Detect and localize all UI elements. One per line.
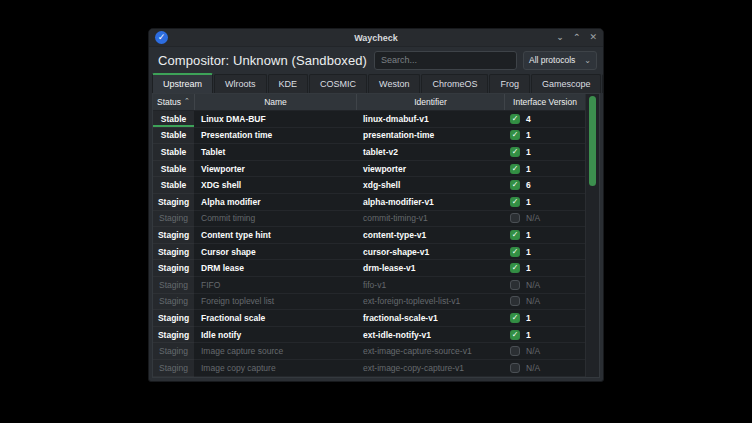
row-interface-version: N/A [505,277,585,294]
toolbar: Compositor: Unknown (Sandboxed) All prot… [149,47,603,73]
row-status: Staging [153,277,195,294]
table-row[interactable]: StagingAlpha modifieralpha-modifier-v1✓1 [153,194,585,211]
row-status: Staging [153,294,195,311]
row-interface-version: ✓1 [505,260,585,277]
table-row[interactable]: StableLinux DMA-BUFlinux-dmabuf-v1✓4 [153,111,585,128]
version-value: N/A [526,363,540,373]
tab-weston[interactable]: Weston [368,74,420,93]
row-interface-version: ✓1 [505,161,585,178]
row-name: Fractional scale [195,310,357,327]
window-controls: ⌄ ⌃ ✕ [556,33,597,42]
column-header-status[interactable]: Status ⌃ [153,94,195,110]
checkbox-unchecked-icon [510,280,520,290]
version-value: 1 [526,263,531,273]
sort-ascending-icon: ⌃ [184,97,190,105]
checkbox-checked-icon: ✓ [510,247,520,257]
table-body: StableLinux DMA-BUFlinux-dmabuf-v1✓4Stab… [153,111,585,377]
row-identifier: linux-dmabuf-v1 [357,111,505,128]
row-name: Cursor shape [195,244,357,261]
column-header-identifier[interactable]: Identifier [357,94,505,110]
row-interface-version: N/A [505,211,585,228]
row-status: Staging [153,327,195,344]
protocol-filter-value: All protocols [529,55,575,65]
tab-unknown[interactable]: Unknown [602,74,604,93]
row-status: Staging [153,244,195,261]
tab-kde[interactable]: KDE [268,74,309,93]
close-icon[interactable]: ✕ [589,33,597,42]
table-header-row: Status ⌃ Name Identifier Interface Versi… [153,94,585,111]
row-interface-version: ✓1 [505,128,585,145]
version-value: N/A [526,280,540,290]
row-name: Tablet [195,144,357,161]
row-interface-version: ✓6 [505,177,585,194]
compositor-label: Compositor: Unknown (Sandboxed) [158,53,367,68]
checkbox-checked-icon: ✓ [510,313,520,323]
row-identifier: commit-timing-v1 [357,211,505,228]
row-identifier: ext-image-copy-capture-v1 [357,360,505,377]
column-header-interface-version[interactable]: Interface Version [505,94,585,110]
table-row[interactable]: StablePresentation timepresentation-time… [153,128,585,145]
table-row[interactable]: StagingCommit timingcommit-timing-v1N/A [153,211,585,228]
tab-gamescope[interactable]: Gamescope [531,74,602,93]
row-name: Alpha modifier [195,194,357,211]
row-name: Image capture source [195,343,357,360]
checkbox-checked-icon: ✓ [510,230,520,240]
row-identifier: content-type-v1 [357,227,505,244]
table-row[interactable]: StagingContent type hintcontent-type-v1✓… [153,227,585,244]
tab-wlroots[interactable]: Wlroots [214,74,267,93]
row-status: Staging [153,260,195,277]
checkbox-checked-icon: ✓ [510,130,520,140]
row-status: Staging [153,343,195,360]
row-identifier: tablet-v2 [357,144,505,161]
version-value: 1 [526,164,531,174]
vertical-scrollbar[interactable] [585,94,599,377]
checkbox-checked-icon: ✓ [510,180,520,190]
titlebar[interactable]: ✓ Waycheck ⌄ ⌃ ✕ [149,29,603,47]
protocol-table-pane: Status ⌃ Name Identifier Interface Versi… [152,93,600,378]
column-header-name[interactable]: Name [195,94,357,110]
scrollbar-thumb[interactable] [589,96,596,186]
tab-upstream[interactable]: Upstream [152,73,213,93]
row-name: Presentation time [195,128,357,145]
row-name: Viewporter [195,161,357,178]
table-row[interactable]: StableViewporterviewporter✓1 [153,161,585,178]
row-identifier: ext-image-capture-source-v1 [357,343,505,360]
row-interface-version: ✓1 [505,194,585,211]
maximize-icon[interactable]: ⌃ [573,33,581,42]
checkbox-checked-icon: ✓ [510,263,520,273]
table-row[interactable]: StagingImage copy captureext-image-copy-… [153,360,585,377]
tab-frog[interactable]: Frog [489,74,530,93]
row-status: Stable [153,161,195,178]
row-interface-version: ✓1 [505,327,585,344]
row-name: Linux DMA-BUF [195,111,357,128]
checkbox-checked-icon: ✓ [510,114,520,124]
row-identifier: alpha-modifier-v1 [357,194,505,211]
tab-chromeos[interactable]: ChromeOS [421,74,488,93]
row-interface-version: ✓1 [505,310,585,327]
table-row[interactable]: StableTablettablet-v2✓1 [153,144,585,161]
version-value: 1 [526,230,531,240]
version-value: N/A [526,346,540,356]
table-row[interactable]: StagingIdle notifyext-idle-notify-v1✓1 [153,327,585,344]
row-name: Idle notify [195,327,357,344]
table-row[interactable]: StagingFIFOfifo-v1N/A [153,277,585,294]
row-identifier: fifo-v1 [357,277,505,294]
row-status: Stable [153,177,195,194]
table-row[interactable]: StagingForeign toplevel listext-foreign-… [153,294,585,311]
table-row[interactable]: StagingImage capture sourceext-image-cap… [153,343,585,360]
row-status: Stable [153,111,195,128]
row-interface-version: N/A [505,343,585,360]
table-row[interactable]: StagingDRM leasedrm-lease-v1✓1 [153,260,585,277]
table-row[interactable]: StagingFractional scalefractional-scale-… [153,310,585,327]
tab-cosmic[interactable]: COSMIC [309,74,367,93]
protocol-filter-dropdown[interactable]: All protocols ⌄ [523,51,597,70]
row-identifier: cursor-shape-v1 [357,244,505,261]
row-identifier: ext-foreign-toplevel-list-v1 [357,294,505,311]
search-input[interactable] [374,51,517,70]
minimize-icon[interactable]: ⌄ [556,33,564,42]
table-row[interactable]: StagingCursor shapecursor-shape-v1✓1 [153,244,585,261]
row-identifier: viewporter [357,161,505,178]
table-row[interactable]: StableXDG shellxdg-shell✓6 [153,177,585,194]
version-value: 1 [526,147,531,157]
version-value: N/A [526,213,540,223]
